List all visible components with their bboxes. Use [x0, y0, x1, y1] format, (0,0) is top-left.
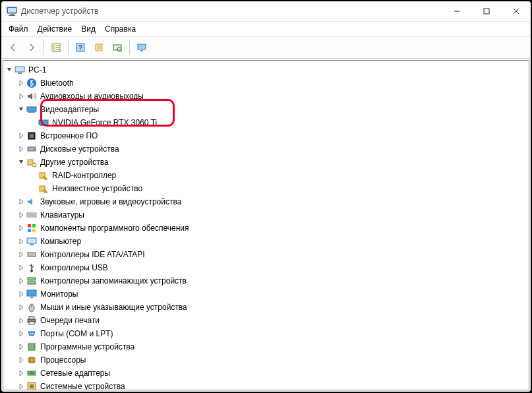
node-other[interactable]: ? Другие устройства [16, 156, 529, 169]
warning-device-icon: ! [38, 183, 49, 194]
node-monitors[interactable]: Мониторы [16, 287, 529, 301]
chevron-down-icon[interactable] [5, 65, 14, 75]
node-gpu[interactable]: NVIDIA GeForce RTX 3060 Ti [28, 116, 529, 129]
chevron-right-icon[interactable] [16, 197, 26, 206]
chevron-right-icon[interactable] [16, 289, 26, 299]
chevron-right-icon[interactable] [16, 342, 26, 351]
chevron-right-icon[interactable] [16, 144, 26, 154]
node-video-adapters[interactable]: Видеоадаптеры [16, 103, 529, 116]
node-mice[interactable]: Мыши и иные указывающие устройства [16, 301, 529, 314]
chevron-right-icon[interactable] [16, 92, 26, 101]
svg-rect-43 [28, 224, 31, 227]
title-bar: Диспетчер устройств [1, 1, 531, 22]
chevron-right-icon[interactable] [16, 382, 26, 390]
monitor-icon [26, 289, 37, 299]
storage-icon [26, 276, 37, 286]
svg-rect-2 [10, 14, 14, 15]
svg-rect-3 [9, 15, 15, 16]
svg-rect-21 [138, 44, 146, 49]
node-audio[interactable]: Аудиовходы и аудиовыходы [16, 90, 529, 103]
node-embedded[interactable]: Встроенное ПО [16, 129, 529, 142]
chevron-right-icon[interactable] [16, 237, 26, 246]
node-ports[interactable]: Порты (COM и LPT) [16, 327, 529, 340]
svg-rect-47 [27, 238, 36, 243]
node-bluetooth[interactable]: Bluetooth [16, 76, 529, 90]
show-hidden-button[interactable] [47, 39, 65, 56]
svg-rect-31 [30, 134, 34, 138]
svg-rect-52 [28, 278, 36, 280]
svg-rect-28 [39, 120, 48, 125]
forward-button [23, 39, 40, 56]
node-sound[interactable]: Звуковые, игровые и видеоустройства [16, 195, 529, 208]
chevron-right-icon[interactable] [16, 329, 26, 338]
node-unknown[interactable]: ! Неизвестное устройство [28, 182, 529, 195]
svg-rect-63 [28, 344, 35, 350]
svg-text:!: ! [45, 189, 46, 193]
help-button[interactable]: ? [72, 39, 89, 56]
node-storage[interactable]: Контроллеры запоминающих устройств [16, 274, 529, 287]
chevron-right-icon[interactable] [16, 131, 26, 140]
svg-rect-26 [27, 107, 36, 111]
display-adapter-icon [38, 117, 49, 128]
minimize-button[interactable] [442, 1, 471, 21]
node-print[interactable]: Очереди печати [16, 314, 529, 327]
node-disk[interactable]: Дисковые устройства [16, 142, 529, 156]
menu-view[interactable]: Вид [76, 23, 100, 35]
node-usb[interactable]: Контроллеры USB [16, 261, 529, 274]
close-button[interactable] [501, 1, 531, 21]
node-cpu[interactable]: Процессоры [16, 353, 529, 367]
node-software-components[interactable]: Компоненты программного обеспечения [16, 222, 529, 235]
chevron-right-icon[interactable] [16, 276, 26, 286]
menu-action[interactable]: Действие [33, 23, 77, 35]
toolbar: ? [1, 37, 531, 59]
disk-icon [26, 144, 37, 154]
properties-button[interactable] [90, 39, 107, 56]
monitor-button[interactable] [133, 39, 150, 56]
chevron-right-icon[interactable] [16, 369, 26, 378]
node-keyboards[interactable]: Клавиатуры [16, 208, 529, 222]
menu-help[interactable]: Справка [100, 23, 140, 35]
svg-rect-55 [30, 297, 33, 298]
bluetooth-icon [26, 78, 37, 88]
computer-icon [26, 236, 37, 247]
device-tree[interactable]: PC-1 Bluetooth Аудиовходы и аудиовыходы [3, 60, 529, 390]
svg-text:!: ! [45, 176, 46, 180]
node-raid[interactable]: ! RAID-контроллер [28, 169, 529, 182]
menu-file[interactable]: Файл [4, 23, 33, 35]
chevron-right-icon[interactable] [16, 210, 26, 220]
svg-rect-9 [52, 44, 55, 51]
chevron-right-icon[interactable] [16, 355, 26, 365]
chevron-right-icon[interactable] [16, 250, 26, 259]
chevron-right-icon[interactable] [16, 303, 26, 312]
warning-device-icon: ! [38, 170, 49, 181]
mouse-icon [26, 302, 37, 313]
chevron-right-icon[interactable] [16, 263, 26, 272]
chevron-down-icon[interactable] [16, 105, 26, 114]
display-adapter-icon [26, 104, 37, 115]
svg-rect-27 [28, 111, 35, 113]
svg-text:?: ? [34, 163, 36, 167]
node-computer[interactable]: Компьютер [16, 235, 529, 248]
node-system[interactable]: Системные устройства [16, 380, 529, 390]
node-network[interactable]: Сетевые адаптеры [16, 367, 529, 380]
chevron-right-icon[interactable] [16, 224, 26, 233]
svg-rect-44 [32, 224, 36, 227]
svg-rect-48 [30, 244, 34, 245]
printer-icon [26, 315, 37, 326]
chevron-right-icon[interactable] [16, 316, 26, 325]
app-icon [7, 6, 17, 16]
svg-rect-23 [15, 67, 24, 72]
maximize-button[interactable] [471, 1, 501, 21]
back-button [5, 39, 22, 56]
svg-rect-29 [40, 125, 47, 126]
firmware-icon [26, 131, 37, 141]
scan-button[interactable] [109, 39, 126, 56]
cpu-icon [26, 355, 37, 365]
root-node[interactable]: PC-1 [5, 63, 529, 76]
node-ide[interactable]: Контроллеры IDE ATA/ATAPI [16, 248, 529, 261]
svg-rect-54 [27, 290, 36, 296]
chevron-right-icon[interactable] [16, 78, 26, 88]
node-software-dev[interactable]: Программные устройства [16, 340, 529, 353]
chevron-down-icon[interactable] [16, 158, 26, 167]
device-manager-window: Диспетчер устройств Файл Действие Вид Сп… [0, 0, 532, 393]
